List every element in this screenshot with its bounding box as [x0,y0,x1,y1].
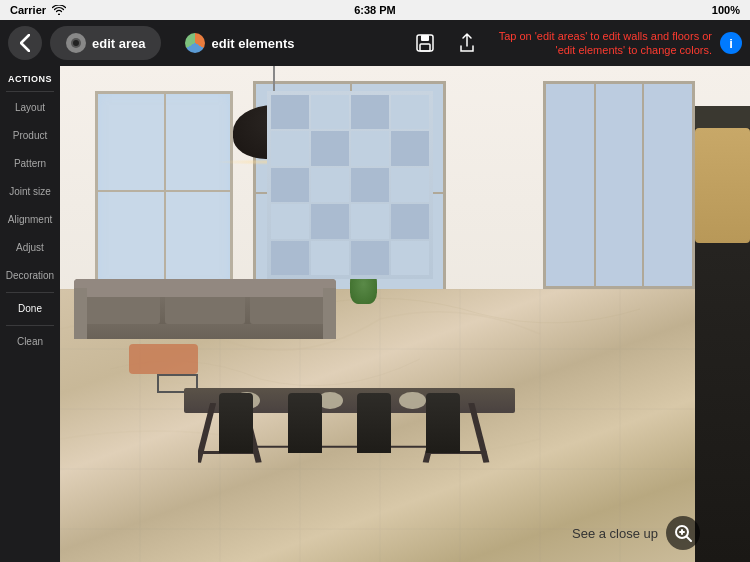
sidebar-item-clean[interactable]: Clean [0,328,60,356]
edit-elements-label: edit elements [211,36,294,51]
sofa-arm-right [323,288,336,339]
chair-2 [288,393,323,453]
kitchen-item [695,128,750,242]
sidebar-item-adjust[interactable]: Adjust [0,234,60,262]
edit-elements-icon [185,33,205,53]
closeup-button[interactable] [666,516,700,550]
time-display: 6:38 PM [354,4,396,16]
sidebar-divider-3 [6,325,54,326]
info-icon: i [729,36,733,51]
toolbar: edit area edit elements Tap on 'edit are… [0,20,750,66]
window-left [95,91,233,289]
sidebar-item-pattern[interactable]: Pattern [0,150,60,178]
building-view [267,91,433,279]
sidebar-item-alignment[interactable]: Alignment [0,206,60,234]
search-icon [674,524,692,542]
save-button[interactable] [408,26,442,60]
window-right [543,81,695,289]
sofa-back [74,279,336,297]
svg-rect-4 [420,44,430,51]
wifi-icon [52,5,66,15]
sofa [74,279,336,339]
main-view: See a close up [60,66,750,562]
edit-area-tab[interactable]: edit area [50,26,161,60]
sidebar-divider [6,91,54,92]
edit-area-label: edit area [92,36,145,51]
hint-text: Tap on 'edit areas' to edit walls and fl… [492,29,712,58]
actions-label: AcTIONS [4,66,56,89]
room-scene: See a close up [60,66,750,562]
edit-elements-tab[interactable]: edit elements [169,26,310,60]
sidebar-item-done[interactable]: Done [0,295,60,323]
info-button[interactable]: i [720,32,742,54]
room-image: See a close up [60,66,750,562]
sidebar: AcTIONS Layout Product Pattern Joint siz… [0,66,60,562]
status-left: Carrier [10,4,66,16]
sidebar-item-joint-size[interactable]: Joint size [0,178,60,206]
battery-label: 100% [712,4,740,16]
closeup-label: See a close up [572,526,658,541]
sidebar-item-layout[interactable]: Layout [0,94,60,122]
svg-line-15 [687,537,691,541]
sidebar-divider-2 [6,292,54,293]
chair-1 [219,393,254,453]
chair-4 [426,393,461,453]
sofa-arm-left [74,288,87,339]
edit-area-icon [66,33,86,53]
sidebar-item-decoration[interactable]: Decoration [0,262,60,290]
svg-rect-3 [421,35,429,41]
carrier-label: Carrier [10,4,46,16]
share-button[interactable] [450,26,484,60]
save-icon [414,32,436,54]
status-bar: Carrier 6:38 PM 100% [0,0,750,20]
svg-point-1 [73,40,79,46]
counter-top [695,106,750,129]
kitchen-counter [695,106,750,562]
share-icon [457,32,477,54]
see-closeup-container: See a close up [572,516,700,550]
chair-3 [357,393,392,453]
sidebar-item-product[interactable]: Product [0,122,60,150]
back-button[interactable] [8,26,42,60]
hint-container: Tap on 'edit areas' to edit walls and fl… [492,29,712,58]
ottoman [129,344,198,374]
